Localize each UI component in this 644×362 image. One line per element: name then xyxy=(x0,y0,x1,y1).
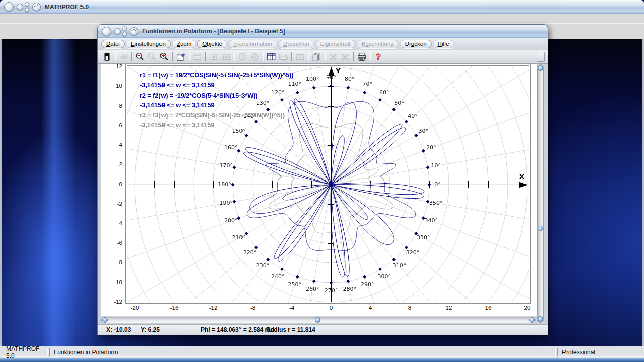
toolbar-separator xyxy=(234,52,234,61)
app-maximize-button[interactable] xyxy=(25,2,29,7)
y-axis-tick-label: -6 xyxy=(101,240,122,246)
scroll-left-button[interactable] xyxy=(102,317,108,323)
x-axis-tick-label: -4 xyxy=(282,305,302,311)
y-axis-tick-label: 0 xyxy=(101,181,122,187)
y-axis-tick-label: 12 xyxy=(101,64,122,69)
y-axis-tick-label: 6 xyxy=(101,122,122,128)
x-axis-tick-label: 4 xyxy=(360,305,380,311)
toolbar-separator xyxy=(263,52,263,61)
zoom-reset-icon xyxy=(146,51,158,62)
toolbar-overflow-button[interactable] xyxy=(537,52,545,62)
statusbar-edition: Professional xyxy=(557,348,599,357)
toolbar-separator xyxy=(189,52,189,61)
app-title: MATHPROF 5.0 xyxy=(45,4,89,11)
toolbar-separator xyxy=(131,52,132,61)
menu-eigenschaft: Eigenschaft xyxy=(315,40,356,48)
glasses-icon: 66 xyxy=(117,51,129,62)
toolbar-separator xyxy=(353,52,354,61)
window-close-button[interactable] xyxy=(102,27,111,36)
horizontal-scroll-thumb[interactable] xyxy=(315,317,320,323)
plot-region: r1 = f1(w) = 19/2*COS(SIN(-5+SIN(-25+5*S… xyxy=(101,64,537,316)
window-bottom-edge xyxy=(0,358,644,362)
window-icon xyxy=(130,27,138,36)
svg-text:?: ? xyxy=(376,52,381,61)
status-x: X: -10.03 xyxy=(106,326,131,333)
menu-hilfe[interactable]: Hilfe xyxy=(433,40,454,48)
menu-transformation: Transformation xyxy=(228,40,277,48)
app-close-button[interactable] xyxy=(4,2,14,12)
toolbar: 66? xyxy=(98,50,548,64)
x-axis-tick-label: 0 xyxy=(321,305,341,311)
help-icon[interactable]: ? xyxy=(372,51,384,62)
x-axis-tick-label: 8 xyxy=(399,305,420,311)
zoom-in-icon[interactable] xyxy=(158,51,170,62)
x-axis-tick-label: -12 xyxy=(203,305,223,311)
window-minimize-button[interactable] xyxy=(114,28,121,35)
toolbar-separator xyxy=(172,52,173,61)
pages-icon[interactable] xyxy=(310,51,323,62)
table-icon[interactable] xyxy=(265,51,277,62)
window-restore-button[interactable] xyxy=(122,32,127,36)
plot-frame: r1 = f1(w) = 19/2*COS(SIN(-5+SIN(-25+5*S… xyxy=(125,64,531,304)
plot-canvas[interactable] xyxy=(127,65,529,302)
x-axis-tick-label: 16 xyxy=(478,305,498,311)
y-axis-tick-label: 2 xyxy=(101,161,122,167)
y-axis-tick-label: -12 xyxy=(101,299,122,305)
toolbar-separator xyxy=(308,52,308,61)
menu-einstellungen[interactable]: Einstellungen xyxy=(126,40,171,48)
menu-objekte[interactable]: Objekte xyxy=(197,40,227,48)
properties-icon[interactable] xyxy=(175,51,187,62)
zoom-out-icon[interactable] xyxy=(134,51,146,62)
menu-drucken[interactable]: Drucken xyxy=(400,40,432,48)
y-axis-tick-label: -2 xyxy=(101,201,122,207)
app-titlebar: MATHPROF 5.0 xyxy=(0,0,644,14)
vertical-scrollbar[interactable] xyxy=(537,64,544,323)
window-titlebar: Funktionen in Polarform - [Beispiele I -… xyxy=(98,25,548,38)
menu-bar: DateiEinstellungenZoomObjekteTransformat… xyxy=(98,38,548,50)
delete-all-icon xyxy=(339,51,351,62)
screen: MATHPROF 5.0 Funktionen in Polarform - [… xyxy=(0,0,644,362)
horizontal-scrollbar[interactable] xyxy=(101,317,536,323)
scroll-down-button[interactable] xyxy=(538,316,543,322)
statusbar-spare xyxy=(601,348,642,357)
toolbar-separator xyxy=(325,52,325,61)
toolbar-separator xyxy=(115,52,115,61)
app-minimize-button[interactable] xyxy=(17,4,23,10)
menu-darstellen: Darstellen xyxy=(278,40,314,48)
target-icon xyxy=(249,51,261,62)
app-icon xyxy=(32,3,41,11)
scroll-right-button[interactable] xyxy=(529,317,535,323)
status-radius: Radius r = 11.814 xyxy=(266,326,315,333)
statusbar-app-name: MATHPROF 5.0 xyxy=(2,348,48,357)
toolbar-separator xyxy=(370,52,370,61)
print-icon[interactable] xyxy=(356,51,368,62)
vertical-scroll-thumb[interactable] xyxy=(538,226,543,231)
window-buttons xyxy=(122,26,127,37)
single-point-icon xyxy=(208,51,220,62)
panel-icon xyxy=(191,51,203,62)
app-window-buttons xyxy=(25,2,29,13)
display-panel-icon[interactable] xyxy=(101,51,113,62)
menu-beschriftung: Beschriftung xyxy=(357,40,399,48)
toolbar-separator xyxy=(205,52,206,61)
x-axis-tick-label: 20 xyxy=(517,305,537,311)
y-axis-tick-label: 10 xyxy=(101,83,122,89)
app-restore-button[interactable] xyxy=(25,8,29,12)
status-phi: Phi = 148.063° = 2.584 rad xyxy=(201,326,274,333)
table-export-icon xyxy=(277,51,289,62)
statusbar-document: Funktionen in Polarform xyxy=(49,348,556,357)
mdi-window: Funktionen in Polarform - [Beispiele I -… xyxy=(97,24,548,335)
menu-datei[interactable]: Datei xyxy=(101,40,125,48)
x-axis-tick-label: -8 xyxy=(243,305,263,311)
window-title: Funktionen in Polarform - [Beispiele I -… xyxy=(142,28,285,35)
layout-shift-icon xyxy=(294,51,306,62)
window-maximize-button[interactable] xyxy=(122,26,127,31)
y-axis-tick-label: -8 xyxy=(101,259,122,265)
menu-zoom[interactable]: Zoom xyxy=(172,40,196,48)
scroll-up-button[interactable] xyxy=(538,65,543,71)
x-axis-tick-label: -20 xyxy=(125,305,145,311)
delete-icon xyxy=(327,51,339,62)
status-y: Y: 6.25 xyxy=(141,326,160,333)
clock-icon xyxy=(236,51,249,62)
y-axis-tick-label: -4 xyxy=(101,220,122,226)
